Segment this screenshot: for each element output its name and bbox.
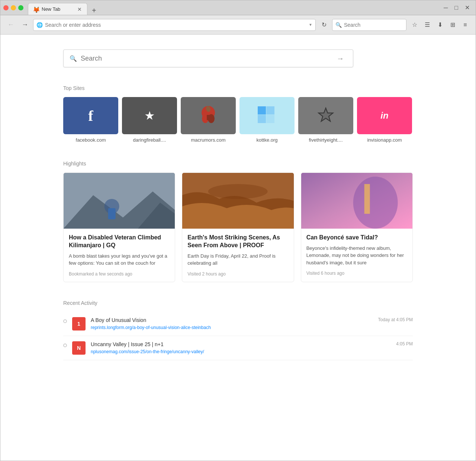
highlight-desc-national-geo: Earth Day is Friday, April 22, and Proof… [187,252,288,267]
activity-title-nplusonemag: Uncanny Valley | Issue 25 | n+1 [91,341,391,347]
nav-search-input[interactable] [344,22,389,28]
invision-icon: in [357,97,412,134]
site-tile-facebook[interactable]: f facebook.com [63,97,118,143]
activity-title-longform: A Boy of Unusual Vision [91,317,373,323]
activity-time-longform: Today at 4:05 PM [378,317,413,322]
window-close-button[interactable] [3,5,9,10]
forward-button[interactable]: → [19,19,31,31]
synced-tabs-button[interactable]: ⊞ [447,19,459,31]
page-content: 🔍 → Top Sites f facebook.com [0,35,476,461]
new-tab-button[interactable]: + [89,6,99,15]
activity-time-nplusonemag: 4:05 PM [396,341,413,346]
address-dropdown-button[interactable]: ▼ [309,23,312,27]
chrome-close-button[interactable]: ✕ [462,3,473,12]
download-button[interactable]: ⬇ [434,19,446,31]
macrumors-label: macrumors.com [191,137,225,143]
highlight-title-national-geo: Earth's Most Striking Scenes, As Seen Fr… [187,234,288,249]
highlight-img-beyonce: S [301,173,412,229]
activity-item-longform: 1 A Boy of Unusual Vision reprints.longf… [63,312,413,336]
highlight-meta-gq: Bookmarked a few seconds ago [69,271,170,277]
invision-label: invisionapp.com [367,137,402,143]
highlight-meta-national-geo: Visited 2 hours ago [187,271,288,277]
svg-point-15 [208,184,268,199]
page-search-input[interactable] [81,55,330,62]
daringfireball-icon: ★ [122,97,177,134]
highlight-card-national-geo[interactable]: Earth's Most Striking Scenes, As Seen Fr… [182,173,294,282]
tab-close-button[interactable]: ✕ [77,6,83,12]
svg-rect-6 [266,106,274,115]
reading-list-button[interactable]: ☰ [421,19,433,31]
svg-rect-8 [266,115,274,123]
page-search-go-button[interactable]: → [334,53,347,64]
activity-info-longform: A Boy of Unusual Vision reprints.longfor… [91,317,373,331]
toolbar-buttons: ☆ ☰ ⬇ ⊞ ≡ [409,19,471,31]
highlights-title: Highlights [63,161,413,167]
address-input[interactable] [45,22,306,28]
activity-url-nplusonemag[interactable]: nplusonemag.com/issue-25/on-the-fringe/u… [91,349,204,354]
highlight-title-gq: How a Disabled Veteran Climbed Kilimanja… [69,234,170,249]
nav-search-icon: 🔍 [335,22,342,28]
highlights-section: Highlights GQ [63,161,413,282]
activity-url-longform[interactable]: reprints.longform.org/a-boy-of-unusual-v… [91,325,211,330]
highlight-desc-gq: A bomb blast takes your legs and you've … [69,252,170,267]
highlight-img-national-geo [182,173,293,229]
site-tile-daringfireball[interactable]: ★ daringfireball.... [122,97,177,143]
fivethirtyeight-label: fivethirtyeight.... [309,137,342,143]
site-tile-macrumors[interactable]: macrumors.com [181,97,236,143]
site-tile-invision[interactable]: in invisionapp.com [357,97,412,143]
highlight-body-national-geo: Earth's Most Striking Scenes, As Seen Fr… [182,229,293,282]
tab-favicon: 🦊 [33,6,39,12]
address-bar[interactable]: 🌐 ▼ [33,19,316,31]
top-sites-section: Top Sites f facebook.com ★ daringfirebal… [63,85,413,143]
activity-dot-longform [63,319,67,323]
activity-favicon-nplusonemag: N [72,341,86,355]
activity-favicon-longform: 1 [72,317,86,331]
back-button[interactable]: ← [5,19,17,31]
tab-bar: 🦊 New Tab ✕ + [28,0,439,15]
recent-activity-title: Recent Activity [63,300,413,306]
svg-rect-4 [207,115,210,120]
title-bar: 🦊 New Tab ✕ + ─ □ ✕ [0,0,476,15]
svg-rect-5 [258,106,266,115]
svg-point-18 [353,177,398,229]
window-controls [3,5,23,10]
highlight-meta-beyonce: Visited 6 hours ago [306,271,407,276]
active-tab[interactable]: 🦊 New Tab ✕ [28,3,87,15]
svg-rect-19 [364,184,370,214]
bookmark-button[interactable]: ☆ [409,19,421,31]
site-tile-fivethirtyeight[interactable]: fivethirtyeight.... [298,97,353,143]
highlight-img-gq: GQ [64,173,175,229]
chrome-minimize-button[interactable]: ─ [441,3,451,12]
facebook-icon: f [63,97,118,134]
window-chrome-buttons: ─ □ ✕ [441,3,473,12]
window-maximize-button[interactable] [18,5,23,10]
highlight-desc-beyonce: Beyonce's infidelity-themed new album, L… [306,245,407,267]
highlight-card-gq[interactable]: GQ How a Disabled Veteran Clim [63,173,175,282]
top-sites-grid: f facebook.com ★ daringfireball.... [63,97,413,143]
browser-window: 🦊 New Tab ✕ + ─ □ ✕ ← → 🌐 ▼ ↻ 🔍 ☆ ☰ ⬇ [0,0,476,461]
activity-item-nplusonemag: N Uncanny Valley | Issue 25 | n+1 npluso… [63,336,413,360]
tab-title: New Tab [42,6,74,12]
page-search-icon: 🔍 [70,55,77,62]
nav-search-bar[interactable]: 🔍 [332,19,406,31]
page-search-container: 🔍 → [63,49,413,67]
activity-info-nplusonemag: Uncanny Valley | Issue 25 | n+1 nplusone… [91,341,391,355]
highlight-card-beyonce[interactable]: S [301,173,413,282]
kottke-label: kottke.org [256,137,277,143]
recent-activity-section: Recent Activity 1 A Boy of Unusual Visio… [63,300,413,360]
navigation-bar: ← → 🌐 ▼ ↻ 🔍 ☆ ☰ ⬇ ⊞ ≡ [0,15,476,35]
fivethirtyeight-icon [298,97,353,134]
window-minimize-button[interactable] [11,5,16,10]
site-tile-kottke[interactable]: kottke.org [239,97,295,143]
page-search-bar[interactable]: 🔍 → [63,49,353,67]
menu-button[interactable]: ≡ [459,19,471,31]
activity-list: 1 A Boy of Unusual Vision reprints.longf… [63,312,413,360]
svg-rect-13 [108,208,116,219]
activity-dot-nplusonemag [63,344,67,347]
svg-rect-7 [258,115,266,123]
chrome-restore-button[interactable]: □ [451,3,461,12]
globe-icon: 🌐 [36,22,43,28]
refresh-button[interactable]: ↻ [318,19,330,31]
page-inner: 🔍 → Top Sites f facebook.com [56,49,420,360]
highlight-body-beyonce: Can Beyoncé save Tidal? Beyonce's infide… [301,229,412,281]
